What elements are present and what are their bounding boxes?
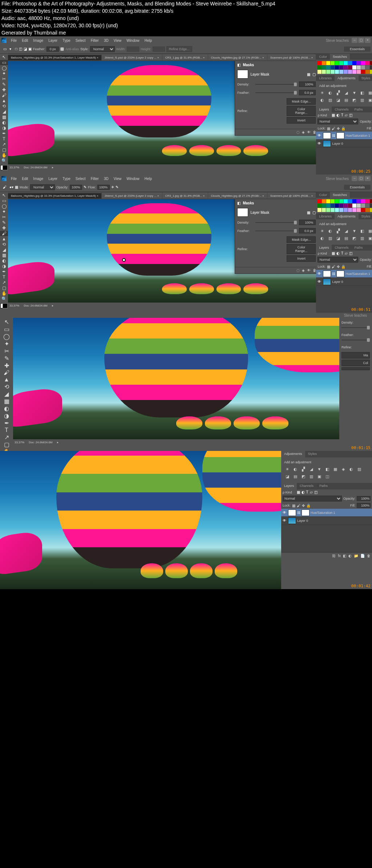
swatch[interactable] <box>352 204 356 208</box>
swatch[interactable] <box>348 61 352 65</box>
swatch[interactable] <box>344 70 348 74</box>
swatch[interactable] <box>318 65 322 69</box>
type-tool[interactable]: T <box>1 427 12 433</box>
pressure-opacity-icon[interactable]: ✎ <box>84 185 86 189</box>
adjustment-icon-6[interactable]: ▦ <box>367 229 372 235</box>
adjustment-icon-12[interactable]: ◩ <box>300 474 307 480</box>
swatch[interactable] <box>331 61 335 65</box>
feather-input[interactable] <box>299 228 316 233</box>
gradient-tool[interactable]: ▦ <box>0 253 8 258</box>
swatch[interactable] <box>339 199 343 203</box>
swatch[interactable] <box>326 208 330 212</box>
adjustment-icon-12[interactable]: ◩ <box>351 236 357 242</box>
adjustment-icon-14[interactable]: ▣ <box>367 236 372 242</box>
eyedropper-tool[interactable]: ✎ <box>0 220 8 225</box>
apply-mask-icon[interactable]: ◈ <box>302 130 305 134</box>
wand-tool[interactable]: ✦ <box>1 340 12 347</box>
marquee-tool-icon[interactable]: ▭ <box>1 47 8 51</box>
adjustment-icon-6[interactable]: ▦ <box>332 467 339 473</box>
swatch[interactable] <box>335 70 339 74</box>
load-selection-icon[interactable]: ◌ <box>296 130 300 134</box>
marquee-tool[interactable]: ▭ <box>0 198 8 203</box>
fill-input[interactable] <box>357 503 371 508</box>
adjustment-icon-5[interactable]: ◧ <box>324 467 331 473</box>
filter-shape-icon[interactable]: ▱ <box>345 113 348 117</box>
menu-view[interactable]: View <box>112 176 124 181</box>
link-icon[interactable]: ⛓ <box>332 134 335 137</box>
menu-view[interactable]: View <box>112 38 124 43</box>
color-tab[interactable]: Color <box>316 192 330 198</box>
swatch[interactable] <box>322 204 326 208</box>
layer-background[interactable]: 👁Layer 0 <box>316 140 372 148</box>
menu-3d[interactable]: 3D <box>102 38 111 43</box>
adjustment-icon-15[interactable]: ◫ <box>324 474 331 480</box>
subtract-selection-icon[interactable]: ◪ <box>24 47 27 51</box>
menu-layer[interactable]: Layer <box>46 38 60 43</box>
healing-tool[interactable]: ✚ <box>0 87 8 92</box>
swatch[interactable] <box>365 61 369 65</box>
swatch[interactable] <box>322 208 326 212</box>
swatch[interactable] <box>365 204 369 208</box>
load-selection-icon[interactable]: ◌ <box>296 268 300 272</box>
swatch[interactable] <box>361 199 365 203</box>
move-tool[interactable]: ↖ <box>1 319 12 325</box>
lock-transparency-icon[interactable]: ▦ <box>292 504 295 508</box>
filter-type-icon[interactable]: T <box>341 113 343 117</box>
swatch[interactable] <box>331 199 335 203</box>
feather-input[interactable] <box>46 47 59 52</box>
swatch[interactable] <box>357 199 361 203</box>
brush-tool[interactable]: 🖌 <box>1 369 12 376</box>
dodge-tool[interactable]: ◑ <box>0 125 8 131</box>
density-slider[interactable] <box>341 327 370 328</box>
adjustment-icon-11[interactable]: ▤ <box>343 236 349 242</box>
adjustment-icon-13[interactable]: ▥ <box>308 474 315 480</box>
mask-edge-button[interactable]: Ma <box>341 352 370 359</box>
history-brush-tool[interactable]: ⟲ <box>0 104 8 109</box>
adjustment-thumbnail[interactable]: ◧ <box>323 271 331 277</box>
swatch[interactable] <box>348 199 352 203</box>
swatch[interactable] <box>357 70 361 74</box>
blur-tool[interactable]: ◐ <box>1 405 12 412</box>
menu-select[interactable]: Select <box>73 38 88 43</box>
adjustment-icon-0[interactable]: ☀ <box>319 229 326 235</box>
filter-pixel-icon[interactable]: ▦ <box>332 251 335 255</box>
hand-tool[interactable]: ✋ <box>0 153 8 158</box>
adjustment-icon-3[interactable]: ◢ <box>308 467 315 473</box>
lock-pixels-icon[interactable]: 🖌 <box>332 127 335 131</box>
swatch[interactable] <box>326 204 330 208</box>
swatch[interactable] <box>335 199 339 203</box>
eraser-tool[interactable]: ◢ <box>0 109 8 114</box>
mask-thumbnail[interactable] <box>302 509 310 516</box>
add-selection-icon[interactable]: ◫ <box>19 47 22 51</box>
layer-name[interactable]: Layer 0 <box>332 142 343 145</box>
adjustment-icon-13[interactable]: ▥ <box>359 98 365 104</box>
swatch[interactable] <box>348 65 352 69</box>
lock-transparency-icon[interactable]: ▦ <box>327 127 330 131</box>
zoom-tool[interactable]: 🔍 <box>0 296 8 301</box>
shape-tool[interactable]: ▢ <box>1 441 12 448</box>
swatch[interactable] <box>361 70 365 74</box>
blur-tool[interactable]: ◐ <box>0 120 8 125</box>
lock-all-icon[interactable]: 🔒 <box>306 504 311 508</box>
new-layer-icon[interactable]: 📄 <box>360 554 365 558</box>
lock-pixels-icon[interactable]: 🖌 <box>297 504 300 508</box>
doc-size[interactable]: Doc: 24.6M/24.6M <box>24 304 47 307</box>
swatch[interactable] <box>339 70 343 74</box>
adjustment-icon-8[interactable]: ◐ <box>319 98 326 104</box>
style-select[interactable]: Normal <box>90 46 115 52</box>
filter-smart-icon[interactable]: ◫ <box>349 113 352 117</box>
filter-pixel-icon[interactable]: ▦ <box>297 490 300 494</box>
swatch[interactable] <box>339 65 343 69</box>
swatch[interactable] <box>331 65 335 69</box>
feather-slider[interactable] <box>255 92 297 93</box>
path-tool[interactable]: ↗ <box>0 280 8 285</box>
swatch[interactable] <box>361 204 365 208</box>
menu-help[interactable]: Help <box>142 38 154 43</box>
color-range-button[interactable]: Col <box>341 360 370 366</box>
lasso-tool[interactable]: ◯ <box>0 204 8 209</box>
layer-mask-icon[interactable]: ◧ <box>343 554 346 558</box>
properties-panel[interactable]: Properties« ◧Masks Layer Mask▦▢ Density:… <box>235 61 316 136</box>
adjustment-icon-1[interactable]: ◐ <box>327 91 333 96</box>
swatch[interactable] <box>318 208 322 212</box>
type-tool[interactable]: T <box>0 136 8 141</box>
